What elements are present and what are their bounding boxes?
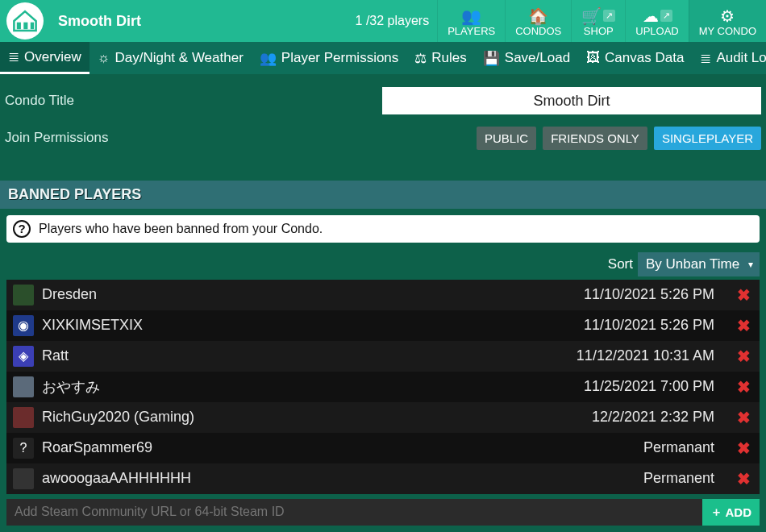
tab-icon: ☼ bbox=[98, 50, 110, 66]
banned-players-description: ? Players who have been banned from your… bbox=[6, 215, 760, 243]
tab-label: Audit Log bbox=[716, 50, 766, 66]
avatar: ? bbox=[13, 438, 34, 459]
banned-player-name: Dresden bbox=[42, 286, 97, 303]
add-ban-button[interactable]: ＋ ADD bbox=[702, 499, 760, 526]
banned-player-row: おやすみ11/25/2021 7:00 PM✖ bbox=[6, 372, 760, 402]
banned-player-row: Dresden11/10/2021 5:26 PM✖ bbox=[6, 280, 760, 310]
banned-player-time: 12/2/2021 2:32 PM bbox=[592, 409, 714, 426]
nav-upload[interactable]: ☁↗UPLOAD bbox=[625, 0, 688, 42]
banned-player-name: XIXKIMSETXIX bbox=[42, 317, 143, 334]
remove-ban-button[interactable]: ✖ bbox=[734, 347, 753, 366]
banned-player-name: awooogaaAAHHHHHH bbox=[42, 470, 191, 487]
banned-player-name: Ratt bbox=[42, 347, 69, 364]
remove-ban-button[interactable]: ✖ bbox=[734, 377, 753, 397]
join-option-friends-only[interactable]: FRIENDS ONLY bbox=[543, 127, 647, 150]
join-option-public[interactable]: PUBLIC bbox=[477, 127, 536, 150]
top-bar: Smooth Dirt 1 /32 players 👥PLAYERS🏠CONDO… bbox=[0, 0, 766, 42]
tab-rules[interactable]: ⚖Rules bbox=[406, 42, 474, 74]
banned-player-name: RoarSpammer69 bbox=[42, 439, 152, 456]
nav-label: CONDOS bbox=[515, 25, 561, 37]
my condo-icon: ⚙ bbox=[720, 7, 735, 25]
remove-ban-button[interactable]: ✖ bbox=[734, 408, 753, 427]
sort-label: Sort bbox=[608, 256, 633, 272]
banned-player-row: ◉XIXKIMSETXIX11/10/2021 5:26 PM✖ bbox=[6, 310, 760, 341]
join-permissions-label: Join Permissions bbox=[5, 130, 166, 146]
tab-overview[interactable]: ≣Overview bbox=[0, 42, 90, 74]
join-permissions-row: Join Permissions PUBLICFRIENDS ONLYSINGL… bbox=[5, 119, 761, 156]
help-icon: ? bbox=[13, 220, 31, 238]
tab-label: Canvas Data bbox=[605, 50, 684, 66]
nav-shop[interactable]: 🛒↗SHOP bbox=[571, 0, 625, 42]
sort-row: Sort By Unban Time bbox=[0, 249, 766, 280]
external-link-icon: ↗ bbox=[660, 10, 672, 22]
nav-players[interactable]: 👥PLAYERS bbox=[437, 0, 505, 42]
avatar: ◉ bbox=[13, 315, 34, 336]
house-icon bbox=[11, 7, 39, 35]
banned-player-row: awooogaaAAHHHHHHPermanent✖ bbox=[6, 463, 760, 494]
condo-title-label: Condo Title bbox=[5, 93, 166, 109]
avatar bbox=[13, 376, 34, 397]
add-ban-input[interactable] bbox=[6, 499, 702, 526]
condo-title-row: Condo Title bbox=[5, 82, 761, 119]
banned-player-row: RichGuy2020 (Gaming)12/2/2021 2:32 PM✖ bbox=[6, 402, 760, 433]
add-ban-row: ＋ ADD bbox=[6, 499, 760, 526]
condo-title-input[interactable] bbox=[382, 87, 761, 114]
nav-label: SHOP bbox=[584, 25, 614, 37]
remove-ban-button[interactable]: ✖ bbox=[734, 316, 753, 335]
app-title: Smooth Dirt bbox=[58, 13, 141, 30]
avatar: ◈ bbox=[13, 346, 34, 367]
player-count: 1 /32 players bbox=[356, 14, 430, 28]
banned-player-name: RichGuy2020 (Gaming) bbox=[42, 409, 194, 426]
upload-icon: ☁↗ bbox=[643, 7, 672, 25]
shop-icon: 🛒↗ bbox=[581, 7, 615, 25]
tab-audit-log[interactable]: ≣ Audit Log bbox=[692, 42, 766, 74]
svg-rect-2 bbox=[31, 23, 34, 30]
tab-day-night-weather[interactable]: ☼Day/Night & Weather bbox=[90, 42, 252, 74]
svg-rect-0 bbox=[17, 23, 21, 30]
banned-player-time: 11/10/2021 5:26 PM bbox=[584, 286, 714, 303]
avatar bbox=[13, 407, 34, 428]
join-permissions-buttons: PUBLICFRIENDS ONLYSINGLEPLAYER bbox=[477, 127, 761, 150]
config-section: Condo Title Join Permissions PUBLICFRIEN… bbox=[0, 74, 766, 181]
external-link-icon: ↗ bbox=[603, 10, 615, 22]
banned-player-time: Permanant bbox=[643, 439, 714, 456]
tab-canvas-data[interactable]: 🖼Canvas Data bbox=[578, 42, 692, 74]
tab-icon: 💾 bbox=[483, 50, 500, 67]
banned-players-list: Dresden11/10/2021 5:26 PM✖◉XIXKIMSETXIX1… bbox=[6, 280, 760, 494]
nav-my-condo[interactable]: ⚙MY CONDO bbox=[689, 0, 766, 42]
tab-player-permissions[interactable]: 👥Player Permissions bbox=[252, 42, 407, 74]
sort-select[interactable]: By Unban Time bbox=[638, 252, 760, 276]
app-logo bbox=[6, 2, 44, 39]
banned-desc-text: Players who have been banned from your C… bbox=[39, 222, 323, 236]
tab-label: Player Permissions bbox=[281, 50, 399, 66]
tab-label: Overview bbox=[24, 49, 81, 65]
tab-label: Day/Night & Weather bbox=[114, 50, 243, 66]
remove-ban-button[interactable]: ✖ bbox=[734, 438, 753, 458]
top-nav: 👥PLAYERS🏠CONDOS🛒↗SHOP☁↗UPLOAD⚙MY CONDO bbox=[437, 0, 766, 42]
plus-icon: ＋ bbox=[710, 505, 722, 520]
banned-player-row: ◈Ratt11/12/2021 10:31 AM✖ bbox=[6, 341, 760, 372]
banned-player-time: 11/25/2021 7:00 PM bbox=[584, 378, 714, 395]
svg-rect-1 bbox=[23, 23, 27, 30]
banned-player-time: 11/12/2021 10:31 AM bbox=[577, 347, 714, 364]
tab-strip: ≣Overview☼Day/Night & Weather👥Player Per… bbox=[0, 42, 766, 74]
tab-icon: 🖼 bbox=[586, 50, 600, 66]
tab-icon: 👥 bbox=[260, 50, 277, 67]
tab-icon: ⚖ bbox=[414, 50, 427, 67]
avatar bbox=[13, 285, 34, 305]
banned-players-header: BANNED PLAYERS bbox=[0, 181, 766, 209]
remove-ban-button[interactable]: ✖ bbox=[734, 469, 753, 488]
nav-condos[interactable]: 🏠CONDOS bbox=[505, 0, 571, 42]
nav-label: PLAYERS bbox=[448, 25, 495, 37]
condos-icon: 🏠 bbox=[528, 7, 548, 25]
nav-label: MY CONDO bbox=[699, 25, 756, 37]
logo-wrap bbox=[0, 0, 50, 42]
avatar bbox=[13, 468, 34, 489]
banned-player-time: Permanent bbox=[643, 470, 714, 487]
tab-icon: ≣ bbox=[8, 48, 19, 65]
join-option-singleplayer[interactable]: SINGLEPLAYER bbox=[654, 127, 761, 150]
tab-save-load[interactable]: 💾Save/Load bbox=[475, 42, 578, 74]
remove-ban-button[interactable]: ✖ bbox=[734, 285, 753, 305]
tab-label: Save/Load bbox=[505, 50, 570, 66]
list-icon: ≣ bbox=[700, 50, 711, 67]
